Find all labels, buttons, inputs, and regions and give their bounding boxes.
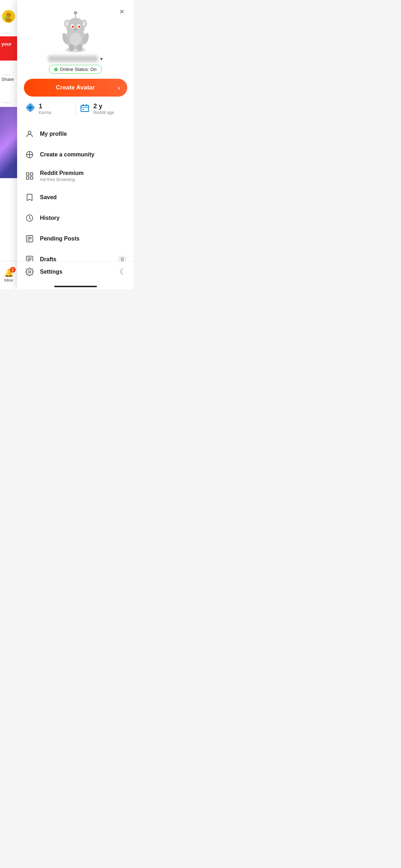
menu-item-my-profile[interactable]: My profile bbox=[17, 124, 134, 144]
username-blur bbox=[48, 56, 98, 62]
create-community-icon bbox=[24, 149, 35, 160]
menu-content-create-community: Create a community bbox=[40, 151, 127, 158]
saved-icon bbox=[24, 192, 35, 203]
online-status-badge[interactable]: Online Status: On bbox=[49, 65, 102, 74]
reddit-age-icon bbox=[80, 103, 90, 115]
dark-mode-icon[interactable]: ☾ bbox=[119, 267, 127, 277]
left-partial-panel: ... your ... Share ... 🔔 2 Inbox bbox=[0, 0, 17, 289]
dots-bot: ... bbox=[4, 97, 11, 105]
svg-point-1 bbox=[6, 12, 11, 17]
menu-title-my-profile: My profile bbox=[40, 131, 127, 137]
menu-item-saved[interactable]: Saved bbox=[17, 187, 134, 208]
svg-point-37 bbox=[28, 131, 31, 134]
inbox-label: Inbox bbox=[4, 278, 13, 282]
karma-text: 1 Karma bbox=[39, 103, 51, 115]
reddit-age-text: 2 y Reddit age bbox=[93, 103, 114, 115]
reddit-age-label: Reddit age bbox=[93, 110, 114, 115]
profile-icon bbox=[24, 129, 35, 139]
share-text: Share bbox=[1, 77, 14, 82]
svg-point-48 bbox=[29, 271, 31, 273]
bottom-bar: 🔔 2 Inbox bbox=[0, 261, 17, 289]
menu-title-reddit-premium: Reddit Premium bbox=[40, 170, 127, 176]
snoo-figure bbox=[56, 10, 95, 53]
menu-content-saved: Saved bbox=[40, 194, 127, 201]
svg-point-22 bbox=[70, 33, 81, 46]
snoo-svg bbox=[56, 10, 95, 53]
history-icon bbox=[24, 213, 35, 223]
menu-content-my-profile: My profile bbox=[40, 131, 127, 137]
svg-point-17 bbox=[74, 11, 77, 15]
stat-divider bbox=[75, 102, 76, 115]
svg-rect-35 bbox=[86, 104, 87, 106]
menu-item-pending-posts[interactable]: Pending Posts bbox=[17, 228, 134, 249]
svg-rect-34 bbox=[83, 104, 84, 106]
menu-content-history: History bbox=[40, 215, 127, 221]
reddit-age-value: 2 y bbox=[93, 103, 114, 110]
menu-title-saved: Saved bbox=[40, 194, 127, 201]
reddit-premium-icon bbox=[24, 171, 35, 181]
create-avatar-button[interactable]: Create Avatar › bbox=[24, 79, 127, 97]
profile-header: ▾ Online Status: On Create Avatar › bbox=[17, 0, 134, 124]
dots-top: ... bbox=[4, 28, 11, 35]
svg-rect-33 bbox=[81, 105, 89, 112]
create-avatar-label: Create Avatar bbox=[56, 84, 95, 91]
karma-label: Karma bbox=[39, 110, 51, 115]
menu-content-reddit-premium: Reddit Premium Ad-free browsing bbox=[40, 170, 127, 182]
close-button[interactable]: × bbox=[117, 6, 127, 17]
menu-item-reddit-premium[interactable]: Reddit Premium Ad-free browsing bbox=[17, 165, 134, 187]
menu-subtitle-reddit-premium: Ad-free browsing bbox=[40, 177, 127, 182]
svg-point-3 bbox=[5, 17, 7, 19]
svg-point-15 bbox=[83, 21, 86, 26]
menu-title-create-community: Create a community bbox=[40, 151, 127, 158]
settings-icon bbox=[24, 267, 35, 277]
settings-label: Settings bbox=[40, 269, 62, 275]
user-drawer: × bbox=[17, 0, 134, 289]
create-avatar-arrow-icon: › bbox=[118, 84, 120, 92]
menu-item-create-community[interactable]: Create a community bbox=[17, 144, 134, 165]
karma-stat: 1 Karma bbox=[25, 103, 71, 115]
avatar-small bbox=[2, 10, 15, 23]
red-banner bbox=[0, 36, 17, 61]
karma-icon bbox=[25, 103, 35, 115]
svg-point-14 bbox=[66, 21, 68, 26]
menu-title-pending-posts: Pending Posts bbox=[40, 236, 127, 242]
online-status-text: Online Status: On bbox=[60, 67, 97, 72]
laptop-image bbox=[0, 107, 17, 178]
svg-point-11 bbox=[74, 29, 77, 30]
menu-content-pending-posts: Pending Posts bbox=[40, 236, 127, 242]
pending-posts-icon bbox=[24, 233, 35, 244]
svg-point-32 bbox=[29, 106, 32, 109]
svg-point-10 bbox=[78, 26, 80, 28]
stats-row: 1 Karma 2 y Reddit age bbox=[24, 102, 127, 115]
bell-wrap[interactable]: 🔔 2 bbox=[4, 268, 14, 278]
karma-value: 1 bbox=[39, 103, 51, 110]
svg-point-9 bbox=[72, 26, 74, 28]
menu-item-history[interactable]: History bbox=[17, 208, 134, 228]
bell-badge: 2 bbox=[10, 267, 16, 273]
your-text: your bbox=[1, 41, 11, 47]
menu-title-history: History bbox=[40, 215, 127, 221]
dots-mid: ... bbox=[4, 69, 11, 77]
online-dot bbox=[54, 68, 58, 71]
username-row[interactable]: ▾ bbox=[48, 56, 103, 62]
svg-rect-36 bbox=[82, 109, 84, 110]
reddit-age-stat: 2 y Reddit age bbox=[80, 103, 126, 115]
chevron-down-icon: ▾ bbox=[100, 56, 103, 62]
settings-row[interactable]: Settings ☾ bbox=[17, 261, 134, 282]
home-indicator bbox=[54, 286, 97, 287]
